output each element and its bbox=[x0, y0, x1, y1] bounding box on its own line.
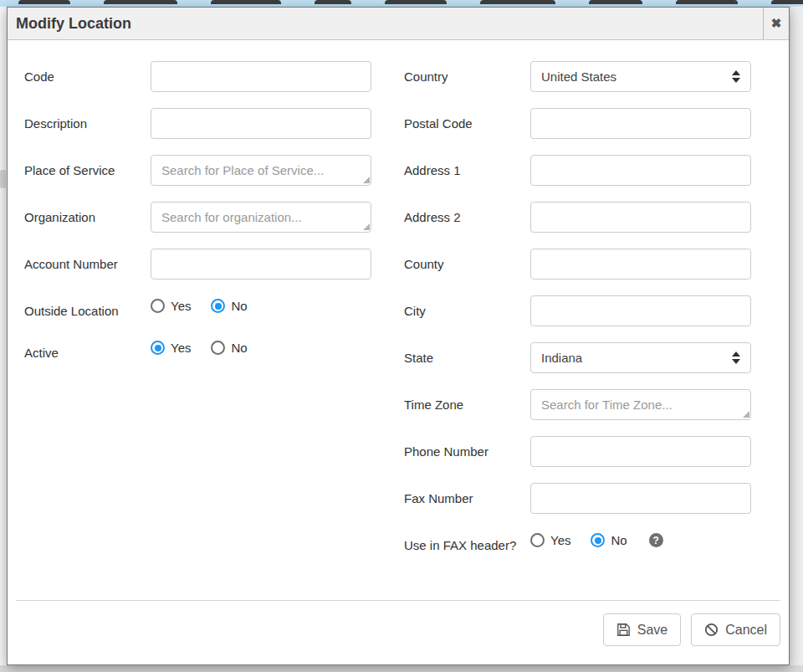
chevron-updown-icon bbox=[732, 70, 740, 83]
outside-location-option-no: No bbox=[211, 299, 247, 313]
form-column-left: CodeDescriptionPlace of ServiceOrganizat… bbox=[24, 61, 371, 379]
outside-location-control: YesNo bbox=[151, 295, 371, 321]
radio-option-label: Yes bbox=[171, 299, 191, 313]
outside-location-option-yes: Yes bbox=[151, 299, 191, 313]
phone-number-control bbox=[530, 436, 751, 467]
postal-code-input[interactable] bbox=[530, 108, 751, 139]
county-control bbox=[530, 249, 751, 280]
address-1-input[interactable] bbox=[530, 155, 751, 186]
resize-grip-icon bbox=[743, 411, 749, 418]
state-select[interactable]: Indiana bbox=[530, 342, 751, 373]
description-control bbox=[151, 108, 371, 139]
background-page-fragment bbox=[0, 170, 6, 188]
address-1-control bbox=[530, 155, 751, 186]
outside-location-radio-group: YesNo bbox=[151, 295, 371, 313]
form-row: StateIndiana bbox=[404, 342, 751, 373]
state-selected-value: Indiana bbox=[541, 351, 732, 365]
address-1-label: Address 1 bbox=[404, 155, 530, 186]
code-input[interactable] bbox=[151, 61, 371, 92]
address-2-label: Address 2 bbox=[404, 202, 530, 233]
cancel-button-label: Cancel bbox=[725, 623, 767, 638]
background-tab-shape bbox=[385, 0, 447, 4]
use-in-fax-header-no-radio[interactable] bbox=[591, 533, 605, 547]
save-floppy-icon bbox=[616, 623, 631, 637]
organization-search-input[interactable] bbox=[151, 202, 371, 233]
dialog-title: Modify Location bbox=[8, 8, 763, 39]
dialog-header: Modify Location ✖ bbox=[8, 8, 789, 40]
background-tab-shape bbox=[18, 0, 70, 4]
outside-location-label: Outside Location bbox=[24, 295, 151, 321]
background-page-top-strip bbox=[0, 0, 803, 7]
form-row: Outside LocationYesNo bbox=[24, 295, 371, 321]
use-in-fax-header-option-yes: Yes bbox=[530, 533, 570, 547]
fax-number-control bbox=[530, 483, 751, 514]
form-row: Use in FAX header?YesNo? bbox=[404, 530, 751, 556]
description-label: Description bbox=[24, 108, 151, 139]
place-of-service-search-input[interactable] bbox=[151, 155, 371, 186]
phone-number-label: Phone Number bbox=[404, 436, 530, 467]
background-tab-shape bbox=[480, 0, 555, 4]
form-row: Fax Number bbox=[404, 483, 751, 514]
background-page-right-strip bbox=[790, 7, 803, 672]
active-yes-radio[interactable] bbox=[151, 341, 165, 355]
active-no-radio[interactable] bbox=[211, 341, 225, 355]
form-row: Time Zone bbox=[404, 389, 751, 420]
fax-number-input[interactable] bbox=[530, 483, 751, 514]
form-row: Organization bbox=[24, 202, 371, 233]
account-number-input[interactable] bbox=[151, 249, 371, 280]
form-row: Place of Service bbox=[24, 155, 371, 186]
active-option-no: No bbox=[211, 341, 247, 355]
form-column-right: CountryUnited StatesPostal CodeAddress 1… bbox=[404, 61, 751, 572]
county-input[interactable] bbox=[530, 249, 751, 280]
time-zone-search-input[interactable] bbox=[530, 389, 751, 420]
organization-control bbox=[151, 202, 371, 233]
description-input[interactable] bbox=[151, 108, 371, 139]
radio-option-label: Yes bbox=[171, 341, 191, 355]
account-number-control bbox=[151, 249, 371, 280]
form-row: ActiveYesNo bbox=[24, 337, 371, 363]
use-in-fax-header-option-no: No bbox=[591, 533, 627, 547]
use-in-fax-header-yes-radio[interactable] bbox=[530, 533, 545, 547]
city-label: City bbox=[404, 295, 530, 326]
postal-code-label: Postal Code bbox=[404, 108, 530, 139]
cancel-button[interactable]: Cancel bbox=[691, 613, 780, 646]
save-button-label: Save bbox=[637, 623, 667, 638]
time-zone-label: Time Zone bbox=[404, 389, 530, 420]
close-icon[interactable]: ✖ bbox=[763, 8, 789, 39]
form-row: Phone Number bbox=[404, 436, 751, 467]
background-page-left-strip bbox=[0, 7, 7, 672]
save-button[interactable]: Save bbox=[603, 613, 681, 646]
background-page-bottom-strip bbox=[0, 665, 803, 672]
form-row: CountryUnited States bbox=[404, 61, 751, 92]
form-row: Address 1 bbox=[404, 155, 751, 186]
use-in-fax-header-label: Use in FAX header? bbox=[404, 530, 530, 556]
radio-option-label: Yes bbox=[550, 533, 570, 547]
radio-option-label: No bbox=[231, 341, 247, 355]
city-input[interactable] bbox=[530, 295, 751, 326]
background-tab-shape bbox=[315, 0, 351, 4]
place-of-service-label: Place of Service bbox=[24, 155, 151, 186]
form-row: Account Number bbox=[24, 249, 371, 280]
form-row: Description bbox=[24, 108, 371, 139]
radio-option-label: No bbox=[611, 533, 627, 547]
outside-location-no-radio[interactable] bbox=[211, 299, 225, 313]
help-icon[interactable]: ? bbox=[649, 533, 663, 547]
background-tab-shape bbox=[104, 0, 177, 4]
fax-number-label: Fax Number bbox=[404, 483, 530, 514]
resize-grip-icon bbox=[363, 177, 370, 183]
dialog-footer: Save Cancel bbox=[16, 600, 780, 664]
outside-location-yes-radio[interactable] bbox=[151, 299, 165, 313]
address-2-input[interactable] bbox=[530, 202, 751, 233]
postal-code-control bbox=[530, 108, 751, 139]
background-tab-shape bbox=[589, 0, 642, 4]
organization-label: Organization bbox=[24, 202, 151, 233]
use-in-fax-header-radio-group: YesNo? bbox=[530, 530, 751, 547]
phone-number-input[interactable] bbox=[530, 436, 751, 467]
form-row: County bbox=[404, 249, 751, 280]
address-2-control bbox=[530, 202, 751, 233]
form-row: Postal Code bbox=[404, 108, 751, 139]
country-select[interactable]: United States bbox=[530, 61, 751, 92]
active-option-yes: Yes bbox=[151, 341, 191, 355]
active-label: Active bbox=[24, 337, 151, 363]
background-tab-shape bbox=[211, 0, 281, 4]
